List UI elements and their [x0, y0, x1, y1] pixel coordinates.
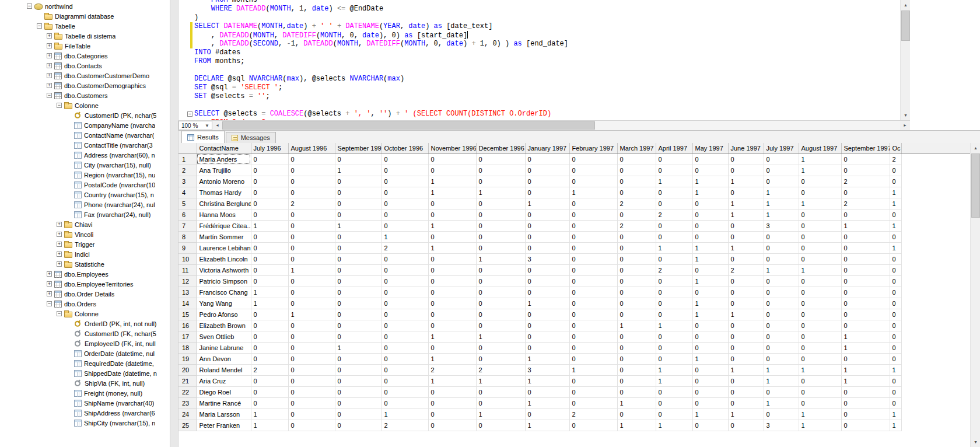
grid-cell[interactable]: 0 — [764, 176, 799, 187]
grid-cell[interactable]: 0 — [382, 375, 428, 386]
collapse-icon[interactable]: − — [47, 301, 52, 306]
grid-cell[interactable]: 0 — [251, 176, 288, 187]
grid-cell[interactable]: 0 — [841, 287, 890, 298]
row-number[interactable]: 14 — [178, 298, 197, 309]
grid-cell[interactable]: 0 — [692, 320, 728, 331]
grid-cell[interactable]: 0 — [728, 375, 764, 386]
grid-cell[interactable]: 0 — [382, 165, 428, 176]
grid-cell[interactable]: 0 — [890, 309, 901, 320]
grid-cell[interactable]: 1 — [692, 353, 728, 364]
grid-cell[interactable]: 1 — [692, 253, 728, 264]
grid-cell[interactable]: 1 — [288, 264, 335, 275]
grid-cell[interactable]: Yang Wang — [197, 298, 251, 309]
grid-cell[interactable]: 0 — [890, 253, 901, 264]
grid-cell[interactable]: 0 — [764, 242, 799, 253]
expand-icon[interactable]: + — [57, 222, 62, 227]
grid-cell[interactable]: 0 — [890, 287, 901, 298]
grid-cell[interactable]: 0 — [617, 165, 656, 176]
scroll-right-icon[interactable]: ► — [900, 121, 910, 130]
grid-cell[interactable]: 0 — [617, 187, 656, 198]
grid-cell[interactable]: 1 — [764, 375, 799, 386]
grid-cell[interactable]: 0 — [764, 353, 799, 364]
grid-cell[interactable]: 0 — [288, 375, 335, 386]
grid-cell[interactable]: 0 — [841, 187, 890, 198]
grid-cell[interactable]: 3 — [764, 220, 799, 231]
grid-cell[interactable]: 1 — [692, 309, 728, 320]
grid-cell[interactable]: 0 — [841, 420, 890, 431]
grid-cell[interactable]: 0 — [288, 397, 335, 408]
grid-cell[interactable]: 0 — [569, 397, 617, 408]
grid-cell[interactable]: 0 — [382, 298, 428, 309]
column-header[interactable]: Oc — [890, 143, 901, 153]
grid-vertical-scrollbar[interactable]: ▲ ▼ — [970, 143, 980, 447]
grid-cell[interactable]: 1 — [890, 420, 901, 431]
code-line[interactable]: FROM months; — [194, 57, 900, 66]
grid-cell[interactable]: 1 — [728, 209, 764, 220]
code-line[interactable]: , DATEADD(MONTH, DATEDIFF(MONTH, 0, date… — [194, 31, 900, 40]
grid-cell[interactable]: 0 — [728, 165, 764, 176]
grid-cell[interactable]: 0 — [569, 176, 617, 187]
tree-item-freight-money-null[interactable]: Freight (money, null) — [0, 388, 170, 398]
grid-cell[interactable]: 1 — [692, 275, 728, 287]
grid-cell[interactable]: 1 — [728, 176, 764, 187]
grid-cell[interactable]: 2 — [841, 198, 890, 209]
grid-cell[interactable]: 0 — [764, 287, 799, 298]
row-number[interactable]: 23 — [178, 397, 197, 408]
grid-cell[interactable]: 1 — [890, 220, 901, 231]
grid-cell[interactable]: 0 — [525, 309, 569, 320]
collapse-icon[interactable]: − — [57, 311, 62, 316]
grid-cell[interactable]: Patricio Simpson — [197, 275, 251, 287]
grid-cell[interactable]: 0 — [476, 231, 525, 242]
grid-cell[interactable]: 1 — [525, 298, 569, 309]
grid-cell[interactable]: 0 — [428, 153, 476, 165]
grid-cell[interactable]: 0 — [288, 386, 335, 397]
grid-cell[interactable]: 2 — [890, 153, 901, 165]
grid-cell[interactable]: 0 — [656, 298, 692, 309]
grid-cell[interactable]: 1 — [841, 220, 890, 231]
grid-cell[interactable]: 1 — [728, 408, 764, 420]
tree-item-colonne[interactable]: −Colonne — [0, 309, 170, 319]
tree-item-statistiche[interactable]: +Statistiche — [0, 259, 170, 269]
grid-cell[interactable]: 0 — [799, 298, 841, 309]
grid-cell[interactable]: 2 — [382, 420, 428, 431]
grid-cell[interactable]: 0 — [841, 397, 890, 408]
row-number[interactable]: 8 — [178, 231, 197, 242]
grid-cell[interactable]: 2 — [288, 198, 335, 209]
grid-cell[interactable]: 0 — [251, 187, 288, 198]
grid-cell[interactable]: 1 — [428, 375, 476, 386]
grid-cell[interactable]: 0 — [251, 386, 288, 397]
grid-cell[interactable]: 0 — [890, 320, 901, 331]
grid-cell[interactable]: 0 — [335, 287, 382, 298]
tree-item-shipname-nvarchar-40[interactable]: ShipName (nvarchar(40) — [0, 398, 170, 408]
grid-cell[interactable]: 0 — [799, 209, 841, 220]
grid-cell[interactable]: 0 — [251, 253, 288, 264]
grid-cell[interactable]: 1 — [890, 242, 901, 253]
grid-cell[interactable]: 0 — [728, 231, 764, 242]
grid-cell[interactable]: 0 — [692, 264, 728, 275]
grid-cell[interactable]: 0 — [890, 275, 901, 287]
grid-cell[interactable]: 0 — [617, 264, 656, 275]
tree-item-chiavi[interactable]: +Chiavi — [0, 219, 170, 229]
grid-cell[interactable]: 0 — [728, 287, 764, 298]
editor-vertical-scrollbar[interactable]: ▲ ▼ — [900, 0, 910, 120]
grid-cell[interactable]: 0 — [476, 198, 525, 209]
grid-cell[interactable]: Hanna Moos — [197, 209, 251, 220]
grid-cell[interactable]: 0 — [476, 165, 525, 176]
grid-cell[interactable]: 0 — [799, 253, 841, 264]
grid-cell[interactable]: 0 — [728, 420, 764, 431]
grid-cell[interactable]: Sven Ottlieb — [197, 331, 251, 342]
column-header[interactable]: July 1996 — [251, 143, 288, 153]
grid-cell[interactable]: 0 — [617, 331, 656, 342]
column-header[interactable]: ContactName — [197, 143, 251, 153]
grid-cell[interactable]: 0 — [569, 287, 617, 298]
grid-cell[interactable]: 0 — [476, 220, 525, 231]
grid-cell[interactable]: 0 — [288, 353, 335, 364]
grid-cell[interactable]: 0 — [382, 331, 428, 342]
row-number[interactable]: 10 — [178, 253, 197, 264]
grid-cell[interactable]: 0 — [841, 264, 890, 275]
grid-cell[interactable]: 0 — [288, 176, 335, 187]
row-number[interactable]: 24 — [178, 408, 197, 420]
grid-cell[interactable]: 0 — [382, 342, 428, 353]
grid-cell[interactable]: 0 — [251, 198, 288, 209]
grid-cell[interactable]: 0 — [428, 275, 476, 287]
